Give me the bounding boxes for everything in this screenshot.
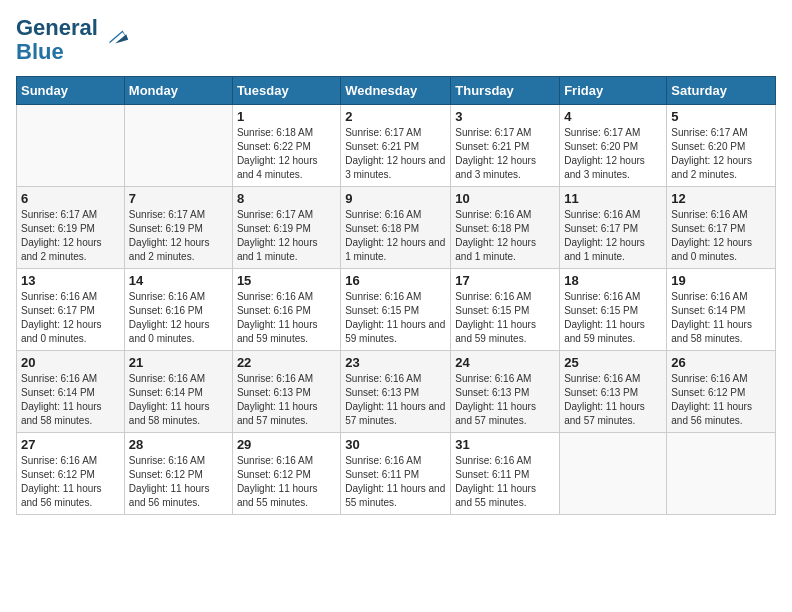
day-number: 8 <box>237 191 336 206</box>
day-info: Sunrise: 6:16 AM Sunset: 6:15 PM Dayligh… <box>345 290 446 346</box>
day-cell: 28Sunrise: 6:16 AM Sunset: 6:12 PM Dayli… <box>124 433 232 515</box>
day-info: Sunrise: 6:16 AM Sunset: 6:18 PM Dayligh… <box>455 208 555 264</box>
day-number: 4 <box>564 109 662 124</box>
day-info: Sunrise: 6:16 AM Sunset: 6:12 PM Dayligh… <box>129 454 228 510</box>
day-number: 3 <box>455 109 555 124</box>
day-cell: 22Sunrise: 6:16 AM Sunset: 6:13 PM Dayli… <box>232 351 340 433</box>
day-number: 21 <box>129 355 228 370</box>
day-cell: 15Sunrise: 6:16 AM Sunset: 6:16 PM Dayli… <box>232 269 340 351</box>
calendar-table: SundayMondayTuesdayWednesdayThursdayFrid… <box>16 76 776 515</box>
day-info: Sunrise: 6:17 AM Sunset: 6:19 PM Dayligh… <box>237 208 336 264</box>
day-cell: 3Sunrise: 6:17 AM Sunset: 6:21 PM Daylig… <box>451 105 560 187</box>
day-number: 10 <box>455 191 555 206</box>
day-info: Sunrise: 6:16 AM Sunset: 6:12 PM Dayligh… <box>237 454 336 510</box>
day-cell: 11Sunrise: 6:16 AM Sunset: 6:17 PM Dayli… <box>560 187 667 269</box>
day-cell <box>667 433 776 515</box>
day-number: 19 <box>671 273 771 288</box>
day-info: Sunrise: 6:16 AM Sunset: 6:14 PM Dayligh… <box>129 372 228 428</box>
day-info: Sunrise: 6:17 AM Sunset: 6:20 PM Dayligh… <box>564 126 662 182</box>
day-cell: 9Sunrise: 6:16 AM Sunset: 6:18 PM Daylig… <box>341 187 451 269</box>
day-number: 5 <box>671 109 771 124</box>
day-info: Sunrise: 6:16 AM Sunset: 6:17 PM Dayligh… <box>564 208 662 264</box>
day-number: 29 <box>237 437 336 452</box>
day-number: 13 <box>21 273 120 288</box>
day-number: 1 <box>237 109 336 124</box>
day-info: Sunrise: 6:16 AM Sunset: 6:15 PM Dayligh… <box>564 290 662 346</box>
week-row-3: 13Sunrise: 6:16 AM Sunset: 6:17 PM Dayli… <box>17 269 776 351</box>
day-cell: 12Sunrise: 6:16 AM Sunset: 6:17 PM Dayli… <box>667 187 776 269</box>
day-info: Sunrise: 6:16 AM Sunset: 6:16 PM Dayligh… <box>129 290 228 346</box>
day-cell: 8Sunrise: 6:17 AM Sunset: 6:19 PM Daylig… <box>232 187 340 269</box>
day-info: Sunrise: 6:16 AM Sunset: 6:17 PM Dayligh… <box>671 208 771 264</box>
day-cell: 19Sunrise: 6:16 AM Sunset: 6:14 PM Dayli… <box>667 269 776 351</box>
day-number: 7 <box>129 191 228 206</box>
day-number: 24 <box>455 355 555 370</box>
day-number: 17 <box>455 273 555 288</box>
day-cell <box>17 105 125 187</box>
logo-icon <box>102 23 130 51</box>
day-info: Sunrise: 6:16 AM Sunset: 6:13 PM Dayligh… <box>564 372 662 428</box>
week-row-2: 6Sunrise: 6:17 AM Sunset: 6:19 PM Daylig… <box>17 187 776 269</box>
day-info: Sunrise: 6:16 AM Sunset: 6:16 PM Dayligh… <box>237 290 336 346</box>
day-number: 25 <box>564 355 662 370</box>
day-cell: 13Sunrise: 6:16 AM Sunset: 6:17 PM Dayli… <box>17 269 125 351</box>
day-info: Sunrise: 6:16 AM Sunset: 6:15 PM Dayligh… <box>455 290 555 346</box>
weekday-header-saturday: Saturday <box>667 77 776 105</box>
day-info: Sunrise: 6:16 AM Sunset: 6:13 PM Dayligh… <box>237 372 336 428</box>
day-info: Sunrise: 6:17 AM Sunset: 6:20 PM Dayligh… <box>671 126 771 182</box>
day-info: Sunrise: 6:16 AM Sunset: 6:11 PM Dayligh… <box>455 454 555 510</box>
day-cell: 21Sunrise: 6:16 AM Sunset: 6:14 PM Dayli… <box>124 351 232 433</box>
day-cell: 2Sunrise: 6:17 AM Sunset: 6:21 PM Daylig… <box>341 105 451 187</box>
day-cell: 27Sunrise: 6:16 AM Sunset: 6:12 PM Dayli… <box>17 433 125 515</box>
day-cell: 20Sunrise: 6:16 AM Sunset: 6:14 PM Dayli… <box>17 351 125 433</box>
day-cell: 14Sunrise: 6:16 AM Sunset: 6:16 PM Dayli… <box>124 269 232 351</box>
day-number: 2 <box>345 109 446 124</box>
day-number: 16 <box>345 273 446 288</box>
day-info: Sunrise: 6:16 AM Sunset: 6:12 PM Dayligh… <box>671 372 771 428</box>
logo: General Blue <box>16 16 130 64</box>
day-number: 6 <box>21 191 120 206</box>
day-number: 30 <box>345 437 446 452</box>
day-cell: 6Sunrise: 6:17 AM Sunset: 6:19 PM Daylig… <box>17 187 125 269</box>
weekday-header-friday: Friday <box>560 77 667 105</box>
day-number: 18 <box>564 273 662 288</box>
day-cell: 24Sunrise: 6:16 AM Sunset: 6:13 PM Dayli… <box>451 351 560 433</box>
day-cell: 16Sunrise: 6:16 AM Sunset: 6:15 PM Dayli… <box>341 269 451 351</box>
weekday-header-thursday: Thursday <box>451 77 560 105</box>
day-number: 23 <box>345 355 446 370</box>
day-info: Sunrise: 6:16 AM Sunset: 6:18 PM Dayligh… <box>345 208 446 264</box>
day-cell: 25Sunrise: 6:16 AM Sunset: 6:13 PM Dayli… <box>560 351 667 433</box>
day-number: 28 <box>129 437 228 452</box>
day-number: 20 <box>21 355 120 370</box>
day-number: 27 <box>21 437 120 452</box>
day-info: Sunrise: 6:16 AM Sunset: 6:17 PM Dayligh… <box>21 290 120 346</box>
day-cell: 10Sunrise: 6:16 AM Sunset: 6:18 PM Dayli… <box>451 187 560 269</box>
day-info: Sunrise: 6:16 AM Sunset: 6:13 PM Dayligh… <box>455 372 555 428</box>
logo-text: General Blue <box>16 16 98 64</box>
day-cell: 31Sunrise: 6:16 AM Sunset: 6:11 PM Dayli… <box>451 433 560 515</box>
day-info: Sunrise: 6:17 AM Sunset: 6:21 PM Dayligh… <box>455 126 555 182</box>
day-cell: 4Sunrise: 6:17 AM Sunset: 6:20 PM Daylig… <box>560 105 667 187</box>
day-cell: 1Sunrise: 6:18 AM Sunset: 6:22 PM Daylig… <box>232 105 340 187</box>
day-info: Sunrise: 6:16 AM Sunset: 6:14 PM Dayligh… <box>671 290 771 346</box>
day-number: 15 <box>237 273 336 288</box>
day-info: Sunrise: 6:16 AM Sunset: 6:13 PM Dayligh… <box>345 372 446 428</box>
day-number: 11 <box>564 191 662 206</box>
day-cell: 23Sunrise: 6:16 AM Sunset: 6:13 PM Dayli… <box>341 351 451 433</box>
page-header: General Blue <box>16 16 776 64</box>
weekday-header-row: SundayMondayTuesdayWednesdayThursdayFrid… <box>17 77 776 105</box>
day-info: Sunrise: 6:18 AM Sunset: 6:22 PM Dayligh… <box>237 126 336 182</box>
day-cell: 17Sunrise: 6:16 AM Sunset: 6:15 PM Dayli… <box>451 269 560 351</box>
week-row-4: 20Sunrise: 6:16 AM Sunset: 6:14 PM Dayli… <box>17 351 776 433</box>
weekday-header-wednesday: Wednesday <box>341 77 451 105</box>
day-cell: 18Sunrise: 6:16 AM Sunset: 6:15 PM Dayli… <box>560 269 667 351</box>
weekday-header-tuesday: Tuesday <box>232 77 340 105</box>
week-row-5: 27Sunrise: 6:16 AM Sunset: 6:12 PM Dayli… <box>17 433 776 515</box>
weekday-header-monday: Monday <box>124 77 232 105</box>
day-cell <box>560 433 667 515</box>
day-info: Sunrise: 6:16 AM Sunset: 6:12 PM Dayligh… <box>21 454 120 510</box>
day-info: Sunrise: 6:16 AM Sunset: 6:11 PM Dayligh… <box>345 454 446 510</box>
day-cell: 5Sunrise: 6:17 AM Sunset: 6:20 PM Daylig… <box>667 105 776 187</box>
day-cell: 7Sunrise: 6:17 AM Sunset: 6:19 PM Daylig… <box>124 187 232 269</box>
day-number: 31 <box>455 437 555 452</box>
